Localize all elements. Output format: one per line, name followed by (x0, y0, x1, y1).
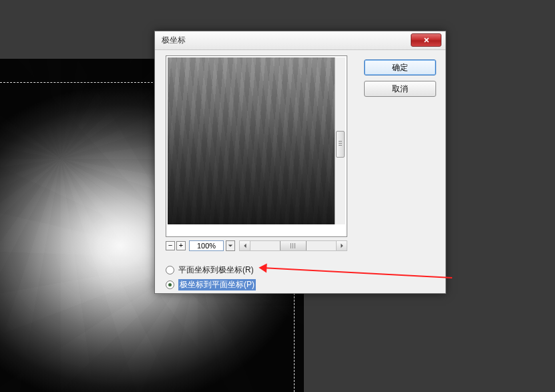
radio-icon[interactable] (166, 266, 174, 274)
scroll-right-button[interactable] (336, 241, 347, 250)
dialog-title: 极坐标 (162, 35, 186, 46)
radio-label: 平面坐标到极坐标(R) (178, 264, 254, 276)
cancel-button[interactable]: 取消 (364, 81, 436, 97)
preview-horizontal-scrollbar[interactable] (239, 240, 347, 251)
close-icon: ✕ (423, 36, 429, 45)
chevron-down-icon (228, 243, 233, 248)
zoom-in-button[interactable]: + (176, 241, 186, 250)
preview-vertical-scrollbar[interactable] (335, 57, 345, 224)
triangle-right-icon (339, 243, 345, 248)
dialog-body: − + 100% 平面坐标到极坐标(R) (155, 50, 445, 293)
scroll-left-button[interactable] (240, 241, 250, 250)
zoom-dropdown-button[interactable] (226, 240, 235, 251)
scrollbar-thumb[interactable] (280, 241, 307, 250)
dialog-action-buttons: 确定 取消 (364, 59, 436, 102)
triangle-left-icon (242, 243, 248, 248)
ok-button[interactable]: 确定 (364, 59, 436, 75)
radio-label: 极坐标到平面坐标(P) (178, 279, 256, 290)
polar-coordinates-dialog: 极坐标 ✕ − + 100% (154, 31, 446, 294)
zoom-controls: − + 100% (166, 240, 347, 252)
close-button[interactable]: ✕ (411, 33, 441, 47)
option-rectangular-to-polar[interactable]: 平面坐标到极坐标(R) (166, 262, 256, 277)
zoom-value-field[interactable]: 100% (189, 240, 224, 251)
polar-options-group: 平面坐标到极坐标(R) 极坐标到平面坐标(P) (166, 262, 256, 292)
option-polar-to-rectangular[interactable]: 极坐标到平面坐标(P) (166, 277, 256, 292)
zoom-out-button[interactable]: − (166, 241, 175, 250)
scrollbar-thumb[interactable] (336, 131, 345, 158)
radio-icon[interactable] (166, 280, 174, 289)
dialog-titlebar[interactable]: 极坐标 ✕ (155, 31, 445, 50)
filter-preview[interactable] (166, 55, 347, 237)
preview-image (168, 57, 335, 224)
